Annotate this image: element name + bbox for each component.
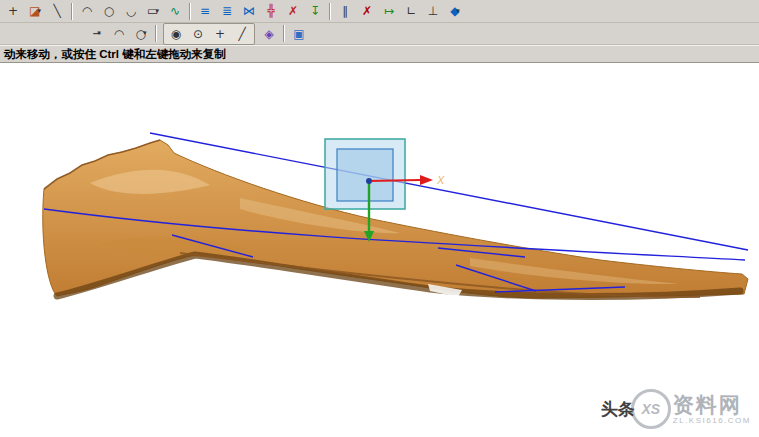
dropdown-arrow-icon: ▾ xyxy=(155,8,159,15)
wcs-inner-plane[interactable] xyxy=(337,149,393,201)
make-corner-icon: ∟ xyxy=(406,5,416,17)
watermark-url: ZL.KSI616.COM xyxy=(673,417,751,425)
viewport[interactable]: X 头条 XS 资料网 ZL.KSI616.COM xyxy=(0,63,759,437)
x-axis-arrowhead[interactable] xyxy=(420,175,433,185)
line-snap-icon[interactable]: ╱ xyxy=(231,24,253,43)
status-prompt-text: 动来移动，或按住 Ctrl 键和左键拖动来复制 xyxy=(4,48,226,60)
toolbar-sketch-tools: +◪▾╲◠○◡▭▾∿≡≣⋈╬✗↧∥✗↦∟⊥◆▾ xyxy=(0,0,759,23)
watermark: 头条 XS 资料网 ZL.KSI616.COM xyxy=(601,389,751,429)
quadrant-snap-icon[interactable]: ◈ xyxy=(258,24,280,43)
center-snap-icon[interactable]: ⊙ xyxy=(187,24,209,43)
circle-snap-icon[interactable]: ○▾ xyxy=(130,24,152,43)
circle-icon[interactable]: ○ xyxy=(98,2,120,21)
dropdown-arrow-icon: ▾ xyxy=(456,8,460,15)
toolbar-separator xyxy=(189,3,191,20)
arc-snap-icon: ◠ xyxy=(114,28,124,40)
line-icon: ╲ xyxy=(53,5,60,17)
snap-toggle-group: ◉⊙+╱ xyxy=(163,23,255,45)
geometric-constraints-icon[interactable]: ⊥ xyxy=(422,2,444,21)
derived-lines-icon[interactable]: ∥ xyxy=(334,2,356,21)
project-curve-icon: ↧ xyxy=(310,5,320,17)
studio-spline-icon[interactable]: ∿ xyxy=(164,2,186,21)
x-axis-label: X xyxy=(436,174,445,186)
enable-snap-icon[interactable]: ◉ xyxy=(165,24,187,43)
toolbar-separator xyxy=(71,3,73,20)
dropdown-arrow-icon: ▾ xyxy=(143,30,147,37)
intersection-point-icon: ╬ xyxy=(267,5,274,17)
x-axis-arrow[interactable] xyxy=(369,180,420,181)
arc-icon: ◠ xyxy=(82,5,92,17)
line-icon[interactable]: ╲ xyxy=(46,2,68,21)
pattern-curve-icon: ≣ xyxy=(222,5,232,17)
fillet-icon[interactable]: ◡ xyxy=(120,2,142,21)
profile-icon[interactable]: ◪▾ xyxy=(24,2,46,21)
sketch-point-icon: + xyxy=(8,5,18,17)
watermark-site: 资料网 xyxy=(673,394,742,415)
geometric-constraints-icon: ⊥ xyxy=(428,5,438,17)
origin-point[interactable] xyxy=(366,178,372,184)
make-corner-icon[interactable]: ∟ xyxy=(400,2,422,21)
line-snap-icon: ╱ xyxy=(238,28,245,40)
status-prompt-bar: 动来移动，或按住 Ctrl 键和左键拖动来复制 xyxy=(0,45,759,63)
dropdown-arrow-icon: ▾ xyxy=(97,30,101,37)
arc-icon[interactable]: ◠ xyxy=(76,2,98,21)
fillet-icon: ◡ xyxy=(126,5,136,17)
point-snap-icon: + xyxy=(215,28,225,40)
display-constraints-icon[interactable]: ◆▾ xyxy=(444,2,466,21)
studio-spline-icon: ∿ xyxy=(170,5,180,17)
toolbar-separator xyxy=(283,25,285,42)
toolbar-snap-tools: ─▾◠○▾◉⊙+╱◈▣ xyxy=(0,23,759,45)
center-snap-icon: ⊙ xyxy=(193,28,203,40)
quick-trim-icon[interactable]: ✗ xyxy=(356,2,378,21)
arc-snap-icon[interactable]: ◠ xyxy=(108,24,130,43)
shaded-view-cube-icon: ▣ xyxy=(293,28,304,40)
mirror-curve-icon: ⋈ xyxy=(243,5,255,17)
project-curve-icon[interactable]: ↧ xyxy=(304,2,326,21)
enable-snap-icon: ◉ xyxy=(171,28,181,40)
offset-curve-icon[interactable]: ≡ xyxy=(194,2,216,21)
toolbar-separator xyxy=(155,25,157,42)
toolbar-separator xyxy=(329,3,331,20)
watermark-headline: 头条 xyxy=(601,398,635,421)
pattern-curve-icon[interactable]: ≣ xyxy=(216,2,238,21)
intersection-curve-icon[interactable]: ✗ xyxy=(282,2,304,21)
rectangle-icon[interactable]: ▭▾ xyxy=(142,2,164,21)
derived-lines-icon: ∥ xyxy=(342,5,348,17)
mirror-curve-icon[interactable]: ⋈ xyxy=(238,2,260,21)
quick-extend-icon: ↦ xyxy=(384,5,394,17)
offset-curve-icon: ≡ xyxy=(200,5,210,17)
intersection-curve-icon: ✗ xyxy=(288,5,298,17)
quick-extend-icon[interactable]: ↦ xyxy=(378,2,400,21)
quick-trim-icon: ✗ xyxy=(362,5,372,17)
curve-rule-icon[interactable]: ─▾ xyxy=(86,24,108,43)
shaded-view-cube-icon[interactable]: ▣ xyxy=(288,24,310,43)
watermark-logo-icon: XS xyxy=(631,389,671,429)
quadrant-snap-icon: ◈ xyxy=(264,28,273,40)
sketch-point-icon[interactable]: + xyxy=(2,2,24,21)
intersection-point-icon[interactable]: ╬ xyxy=(260,2,282,21)
circle-icon: ○ xyxy=(104,5,114,17)
dropdown-arrow-icon: ▾ xyxy=(37,8,41,15)
point-snap-icon[interactable]: + xyxy=(209,24,231,43)
